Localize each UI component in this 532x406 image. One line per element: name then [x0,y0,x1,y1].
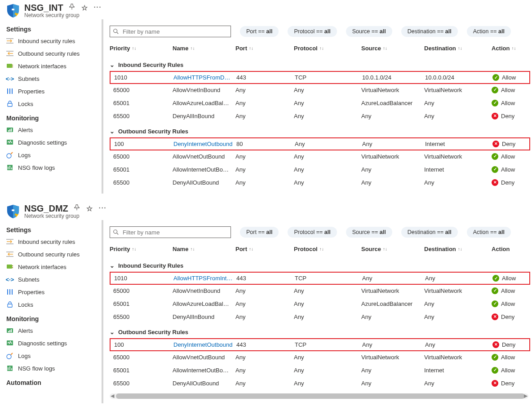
sidebar-item-subnets[interactable]: <·>Subnets [6,72,102,85]
pin-icon[interactable] [69,4,75,10]
group-outbound[interactable]: ⌄Outbound Security Rules [110,325,530,339]
cell-name[interactable]: AllowHTTPSFromInter… [173,275,236,282]
cell-name[interactable]: AllowHTTPSFromDMZ [173,74,236,81]
cell-name[interactable]: DenyInternetOutbound [173,141,236,147]
sidebar-item-properties[interactable]: Properties [6,286,102,298]
pin-icon[interactable] [74,204,80,211]
cell-action: Allow [492,300,523,307]
cell-destination: Internet [424,367,492,374]
col-protocol[interactable]: Protocol↑↓ [294,246,361,252]
sidebar-item-inbound-rules[interactable]: Inbound security rules [6,35,102,47]
cell-source: 10.0.1.0/24 [362,74,425,81]
table-row[interactable]: 1010AllowHTTPSFromInter…443TCPAnyAnyAllo… [110,272,530,285]
sidebar-item-alerts[interactable]: Alerts [6,324,102,337]
more-icon[interactable]: ··· [99,204,107,213]
cell-priority: 65500 [110,313,173,320]
sidebar-item-label: NSG flow logs [18,365,55,372]
svg-rect-27 [11,329,12,332]
cell-name: AllowAzureLoadBalance… [173,100,235,106]
more-icon[interactable]: ··· [94,4,102,12]
col-action[interactable]: Action [492,246,523,252]
table-row[interactable]: 65001AllowAzureLoadBalance…AnyAnyAzureLo… [110,97,530,110]
sidebar-item-flowlogs[interactable]: NSG flow logs [6,362,102,375]
table-row[interactable]: 65500DenyAllOutBoundAnyAnyAnyAnyDeny [110,377,530,390]
col-priority[interactable]: Priority↑↓ [110,45,173,52]
col-priority[interactable]: Priority↑↓ [110,246,173,252]
sidebar-item-diag[interactable]: Diagnostic settings [6,337,102,349]
sidebar-item-flowlogs[interactable]: NSG flow logs [6,161,102,174]
filter-pill-destination[interactable]: Destination == all [401,26,458,37]
table-row[interactable]: 65000AllowVnetInBoundAnyAnyVirtualNetwor… [110,84,530,97]
table-row[interactable]: 65000AllowVnetOutBoundAnyAnyVirtualNetwo… [110,150,530,163]
col-destination[interactable]: Destination↑↓ [424,45,492,52]
flowlogs-icon [6,365,13,372]
col-source[interactable]: Source↑↓ [361,45,424,52]
cell-port: Any [235,87,294,93]
filter-text[interactable] [122,28,228,35]
sidebar-item-locks[interactable]: Locks [6,298,102,311]
sidebar-item-nics[interactable]: Network interfaces [6,60,102,72]
favorite-icon[interactable]: ☆ [81,4,88,12]
sidebar-item-alerts[interactable]: Alerts [6,124,102,136]
table-row[interactable]: 1010AllowHTTPSFromDMZ443TCP10.0.1.0/2410… [110,71,530,84]
sidebar-item-inbound-rules[interactable]: Inbound security rules [6,235,102,248]
group-outbound[interactable]: ⌄Outbound Security Rules [110,124,530,138]
cell-source: Any [361,166,424,173]
filter-pill-port[interactable]: Port == all [240,26,279,37]
group-inbound[interactable]: ⌄Inbound Security Rules [110,259,530,272]
sidebar-item-subnets[interactable]: <·>Subnets [6,273,102,286]
table-row[interactable]: 65001AllowInternetOutBoundAnyAnyAnyInter… [110,163,530,176]
filter-text[interactable] [122,229,228,236]
table-row[interactable]: 65001AllowAzureLoadBalan…AnyAnyAzureLoad… [110,297,530,310]
col-name[interactable]: Name↑↓ [173,45,235,52]
col-destination[interactable]: Destination↑↓ [424,246,492,252]
sidebar-item-logs[interactable]: Logs [6,349,102,362]
header: NSG_DMZ ☆ ··· Network security group [0,201,532,220]
filter-input[interactable] [110,226,231,238]
table-row[interactable]: 65500DenyAllInBoundAnyAnyAnyAnyDeny [110,310,530,323]
action-text: Allow [501,87,515,93]
cell-name[interactable]: DenyInternetOutbound [173,341,236,348]
filter-pill-protocol[interactable]: Protocol == all [288,227,337,238]
chevron-down-icon: ⌄ [110,128,115,135]
table-row[interactable]: 65001AllowInternetOutBoundAnyAnyAnyInter… [110,364,530,377]
favorite-icon[interactable]: ☆ [86,204,93,213]
filter-pill-protocol[interactable]: Protocol == all [288,26,337,37]
col-port[interactable]: Port↑↓ [235,246,294,252]
sidebar-item-properties[interactable]: Properties [6,85,102,97]
sidebar-item-locks[interactable]: Locks [6,97,102,110]
alerts-icon [6,126,13,133]
sidebar-item-logs[interactable]: Logs [6,149,102,161]
filter-pill-action[interactable]: Action == all [467,26,511,37]
group-inbound[interactable]: ⌄Inbound Security Rules [110,58,530,71]
filter-pill-source[interactable]: Source == all [346,227,392,238]
table-row[interactable]: 65500DenyAllInBoundAnyAnyAnyAnyDeny [110,110,530,123]
col-name[interactable]: Name↑↓ [173,246,235,252]
cell-action: Allow [492,275,524,282]
table-row[interactable]: 100DenyInternetOutbound80AnyAnyInternetD… [110,137,530,150]
table-row[interactable]: 100DenyInternetOutbound443TCPAnyAnyDeny [110,338,530,351]
filter-pill-action[interactable]: Action == all [467,227,511,238]
cell-source: Any [362,141,425,147]
filter-pill-source[interactable]: Source == all [346,26,392,37]
col-action[interactable]: Action↑↓ [492,45,523,52]
sidebar-item-diag[interactable]: Diagnostic settings [6,136,102,149]
cell-port: Any [235,166,294,173]
action-text: Deny [501,313,514,320]
col-source[interactable]: Source↑↓ [361,246,424,252]
sidebar-item-outbound-rules[interactable]: Outbound security rules [6,47,102,60]
scrollbar-thumb[interactable] [116,393,525,399]
table-row[interactable]: 65000AllowVnetInBoundAnyAnyVirtualNetwor… [110,284,530,297]
sidebar-item-nics[interactable]: Network interfaces [6,260,102,273]
filter-pill-destination[interactable]: Destination == all [401,227,458,238]
table-row[interactable]: 65000AllowVnetOutBoundAnyAnyVirtualNetwo… [110,351,530,364]
filter-pill-port[interactable]: Port == all [240,227,279,238]
allow-icon [492,275,499,282]
cell-priority: 1010 [111,275,173,282]
col-protocol[interactable]: Protocol↑↓ [294,45,361,52]
col-port[interactable]: Port↑↓ [235,45,294,52]
table-row[interactable]: 65500DenyAllOutBoundAnyAnyAnyAnyDeny [110,176,530,189]
sidebar-item-outbound-rules[interactable]: Outbound security rules [6,248,102,260]
horizontal-scrollbar[interactable] [110,393,528,399]
filter-input[interactable] [110,26,231,37]
